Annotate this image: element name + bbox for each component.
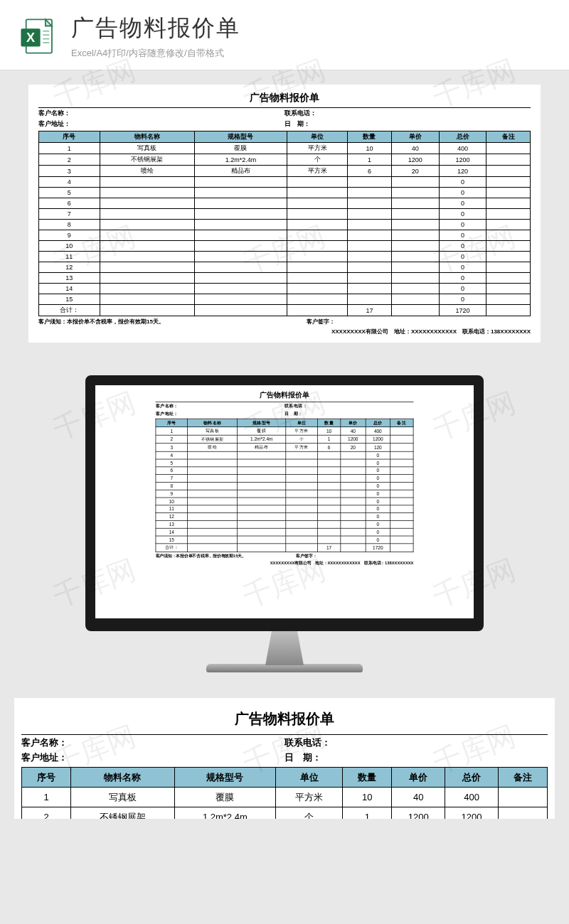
cell-price xyxy=(391,177,439,188)
table-header: 备注 xyxy=(486,131,531,143)
sheet-title: 广告物料报价单 xyxy=(38,92,531,104)
sheet-preview-large-cropped: 广告物料报价单客户名称：联系电话：客户地址：日 期：序号物料名称规格型号单位数量… xyxy=(14,698,555,819)
cell-name: 不锈钢展架 xyxy=(188,435,238,444)
cell-spec xyxy=(195,220,287,230)
cell-no: 7 xyxy=(39,209,100,220)
cell-name xyxy=(188,459,238,467)
cell-unit xyxy=(287,273,348,284)
cell-name xyxy=(100,198,195,209)
table-header: 单位 xyxy=(275,768,343,788)
customer-name-label: 客户名称： xyxy=(156,402,284,410)
table-row: 3 喷绘 精品布 平方米 6 20 120 xyxy=(156,444,413,452)
table-row: 10 0 xyxy=(39,241,531,252)
date-label: 日 期： xyxy=(284,119,531,129)
cell-name xyxy=(100,241,195,252)
date-label: 日 期： xyxy=(284,751,548,765)
cell-no: 15 xyxy=(156,536,188,544)
cell-name xyxy=(188,520,238,528)
cell-spec xyxy=(195,188,287,198)
cell-remark xyxy=(390,482,413,490)
table-header: 数量 xyxy=(343,768,392,788)
quote-table: 序号物料名称规格型号单位数量单价总价备注 1 写真板 覆膜 平方米 10 40 … xyxy=(156,419,414,552)
cell-qty xyxy=(348,262,391,273)
cell-unit: 个 xyxy=(275,807,343,820)
cell-remark xyxy=(486,262,531,273)
cell-name xyxy=(188,467,238,475)
cell-no: 13 xyxy=(156,520,188,528)
cell-name: 写真板 xyxy=(100,143,195,154)
table-header: 总价 xyxy=(445,768,499,788)
cell-no: 2 xyxy=(39,154,100,166)
cell-unit xyxy=(287,188,348,198)
table-header: 单价 xyxy=(392,768,445,788)
cell-qty xyxy=(348,230,391,241)
sum-label: 合计： xyxy=(156,544,188,552)
cell-no: 11 xyxy=(39,252,100,262)
cell-unit xyxy=(287,294,348,305)
cell-unit: 平方米 xyxy=(286,427,318,436)
cell-no: 9 xyxy=(156,490,188,498)
cell-price xyxy=(391,220,439,230)
cell-price: 40 xyxy=(392,788,445,807)
table-header: 序号 xyxy=(156,419,188,427)
cell-spec xyxy=(238,528,286,536)
cell-unit xyxy=(287,209,348,220)
address-label: 客户地址： xyxy=(156,410,284,418)
cell-unit xyxy=(286,467,318,475)
cell-price xyxy=(391,294,439,305)
cell-unit: 个 xyxy=(287,154,348,166)
cell-spec xyxy=(195,209,287,220)
cell-spec: 1.2m*2.4m xyxy=(238,435,286,444)
cell-spec: 覆膜 xyxy=(238,427,286,436)
customer-note: 客户须知：本报价单不含税率，报价有效期15天。 xyxy=(38,318,307,326)
cell-remark xyxy=(486,230,531,241)
cell-remark xyxy=(390,435,413,444)
cell-qty xyxy=(318,528,341,536)
cell-name: 不锈钢展架 xyxy=(71,807,175,820)
cell-total: 0 xyxy=(439,294,486,305)
cell-qty xyxy=(318,459,341,467)
cell-price: 20 xyxy=(341,444,366,452)
table-row: 7 0 xyxy=(156,475,413,483)
cell-qty xyxy=(318,513,341,521)
cell-total: 0 xyxy=(439,220,486,230)
cell-total: 0 xyxy=(366,505,390,513)
cell-remark xyxy=(486,188,531,198)
cell-spec xyxy=(195,273,287,284)
cell-spec xyxy=(238,520,286,528)
table-row: 4 0 xyxy=(156,451,413,459)
table-header: 数量 xyxy=(318,419,341,427)
cell-spec xyxy=(195,284,287,294)
cell-qty: 10 xyxy=(343,788,392,807)
cell-unit xyxy=(286,513,318,521)
page-header: X 广告物料报价单 Excel/A4打印/内容随意修改/自带格式 xyxy=(0,0,569,70)
cell-no: 7 xyxy=(156,475,188,483)
cell-unit xyxy=(286,482,318,490)
cell-qty xyxy=(318,451,341,459)
cell-price: 1200 xyxy=(341,435,366,444)
cell-total: 0 xyxy=(439,230,486,241)
cell-spec xyxy=(238,513,286,521)
cell-total: 0 xyxy=(366,528,390,536)
cell-no: 3 xyxy=(156,444,188,452)
table-row: 7 0 xyxy=(39,209,531,220)
cell-no: 1 xyxy=(39,143,100,154)
table-header: 规格型号 xyxy=(195,131,287,143)
cell-no: 3 xyxy=(39,166,100,177)
cell-remark xyxy=(390,490,413,498)
cell-remark xyxy=(486,209,531,220)
cell-unit: 平方米 xyxy=(287,143,348,154)
cell-remark xyxy=(390,459,413,467)
cell-unit xyxy=(287,284,348,294)
cell-spec xyxy=(238,475,286,483)
cell-total: 120 xyxy=(439,166,486,177)
cell-name: 喷绘 xyxy=(188,444,238,452)
cell-name xyxy=(188,475,238,483)
table-row: 11 0 xyxy=(156,505,413,513)
table-row: 5 0 xyxy=(156,459,413,467)
cell-remark xyxy=(390,475,413,483)
cell-no: 5 xyxy=(39,188,100,198)
cell-qty: 10 xyxy=(318,427,341,436)
cell-name: 喷绘 xyxy=(100,166,195,177)
table-row: 6 0 xyxy=(156,467,413,475)
